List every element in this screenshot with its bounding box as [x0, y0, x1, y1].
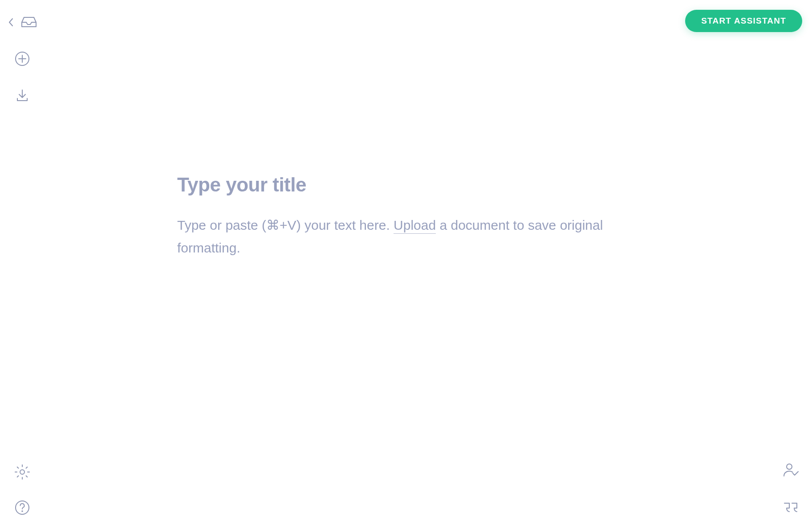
body-prefix-text: Type or paste (⌘+V) your text here. [177, 218, 394, 232]
inbox-icon [20, 16, 37, 28]
start-assistant-label: START ASSISTANT [701, 16, 786, 25]
add-button[interactable] [13, 50, 31, 68]
svg-point-4 [20, 470, 24, 474]
title-input[interactable]: Type your title [177, 174, 636, 196]
help-button[interactable] [13, 499, 31, 517]
back-button[interactable] [7, 13, 16, 31]
settings-button[interactable] [13, 463, 31, 481]
editor-area: Type your title Type or paste (⌘+V) your… [177, 174, 636, 259]
user-check-icon [782, 463, 799, 478]
start-assistant-button[interactable]: START ASSISTANT [685, 10, 802, 32]
left-toolbar-bottom [0, 463, 45, 517]
gear-icon [14, 464, 30, 480]
chevron-left-icon [8, 18, 14, 27]
svg-point-6 [22, 511, 23, 512]
left-toolbar [0, 0, 45, 529]
right-toolbar-bottom [782, 461, 800, 517]
upload-link[interactable]: Upload [394, 218, 436, 234]
download-button[interactable] [13, 86, 31, 104]
svg-point-7 [787, 464, 792, 469]
download-icon [16, 89, 29, 102]
quote-button[interactable] [782, 499, 800, 517]
toolbar-top-row [7, 13, 38, 31]
help-circle-icon [15, 500, 30, 515]
quote-icon [783, 502, 798, 513]
body-input[interactable]: Type or paste (⌘+V) your text here. Uplo… [177, 214, 636, 259]
plus-circle-icon [15, 51, 30, 66]
user-check-button[interactable] [782, 461, 800, 479]
inbox-button[interactable] [20, 13, 38, 31]
toolbar-stack [13, 50, 31, 104]
